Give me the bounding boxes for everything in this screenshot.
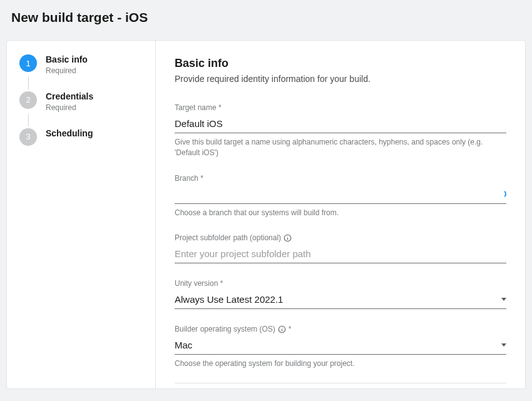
step-number-badge: 3 (19, 128, 37, 146)
field-label: Unity version * (175, 279, 223, 288)
target-name-input[interactable] (175, 114, 506, 133)
step-number-badge: 2 (19, 91, 37, 109)
field-help: Choose a branch that our systems will bu… (175, 208, 506, 218)
step-scheduling[interactable]: 3 Scheduling (19, 128, 143, 146)
field-label-text: Builder operating system (OS) (175, 325, 275, 333)
field-label: Branch * (175, 174, 203, 183)
wizard-card: 1 Basic info Required 2 Credentials Requ… (6, 40, 526, 389)
wizard-sidebar: 1 Basic info Required 2 Credentials Requ… (7, 41, 156, 388)
field-builder-os: Builder operating system (OS) * Mac Choo… (175, 323, 506, 369)
builder-os-select[interactable]: Mac (175, 336, 506, 355)
field-label: Builder operating system (OS) * (175, 325, 291, 333)
field-branch: Branch * Choose a branch that our system… (175, 172, 506, 218)
spinner-icon (498, 190, 506, 198)
field-help: Choose the operating system for building… (175, 358, 506, 369)
field-label: Project subfolder path (optional) (175, 233, 292, 242)
field-label-text: Project subfolder path (optional) (175, 233, 281, 242)
field-target-name: Target name * Give this build target a n… (175, 101, 506, 158)
step-basic-info[interactable]: 1 Basic info Required (19, 54, 143, 75)
branch-input[interactable] (175, 185, 506, 203)
unity-version-select[interactable]: Always Use Latest 2022.1 (175, 290, 506, 309)
step-title: Credentials (46, 91, 93, 102)
wizard-actions: Back Next (175, 383, 506, 388)
info-icon[interactable] (284, 234, 292, 242)
section-description: Provide required identity information fo… (175, 74, 506, 84)
chevron-down-icon (501, 343, 506, 347)
field-subfolder: Project subfolder path (optional) (175, 231, 506, 263)
chevron-down-icon (501, 298, 506, 301)
svg-point-2 (287, 236, 288, 236)
select-value: Always Use Latest 2022.1 (175, 290, 501, 308)
field-help: Give this build target a name using alph… (175, 137, 506, 158)
info-icon[interactable] (278, 325, 286, 333)
step-number-badge: 1 (19, 54, 37, 72)
page-title: New build target - iOS (11, 10, 526, 25)
field-unity-version: Unity version * Always Use Latest 2022.1 (175, 277, 506, 309)
step-subtitle: Required (46, 103, 93, 112)
select-value: Mac (175, 336, 501, 354)
step-title: Scheduling (46, 128, 93, 139)
step-title: Basic info (46, 54, 88, 65)
subfolder-input[interactable] (175, 245, 506, 263)
step-subtitle: Required (46, 66, 88, 75)
step-connector (28, 77, 29, 89)
step-connector (28, 114, 29, 126)
step-credentials[interactable]: 2 Credentials Required (19, 91, 143, 112)
section-title: Basic info (175, 57, 506, 70)
field-label: Target name * (175, 103, 222, 112)
wizard-main: Basic info Provide required identity inf… (156, 41, 525, 388)
svg-point-5 (282, 327, 282, 328)
required-asterisk: * (289, 325, 292, 333)
